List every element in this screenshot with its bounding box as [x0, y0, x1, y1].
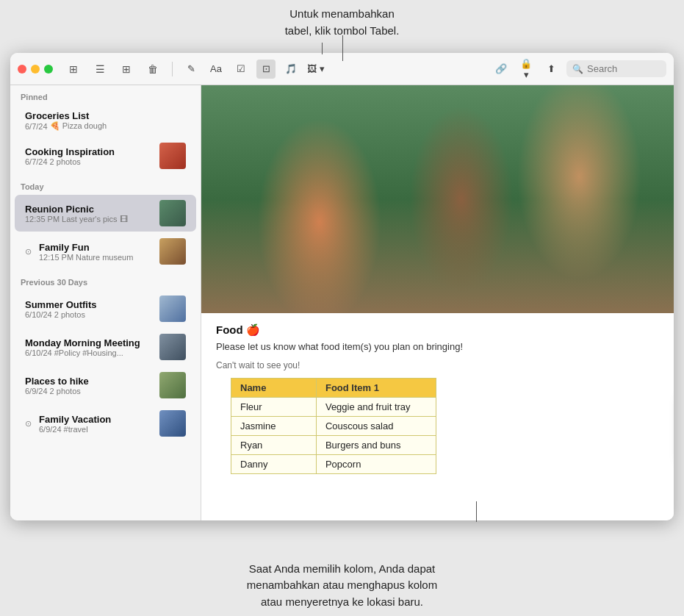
toolbar-separator — [172, 62, 173, 76]
table-cell-food-0[interactable]: Veggie and fruit tray — [316, 397, 436, 416]
main-content: Pinned Groceries List 6/7/24 🍕 Pizza dou… — [10, 85, 674, 520]
table-cell-food-3[interactable]: Popcorn — [316, 454, 436, 473]
note-body: Food 🍎 Please let us know what food item… — [201, 313, 674, 492]
item-thumb-monday — [159, 334, 186, 360]
sidebar-item-family-fun[interactable]: ⊙ Family Fun 12:15 PM Nature museum — [15, 233, 196, 270]
arrow-top — [322, 43, 323, 54]
app-window: ⊞ ☰ ⊞ 🗑 ✎ Aa ☑ ⊡ 🎵 🖼 ▾ 🔗 🔒 ▾ ⬆ 🔍 Pinned … — [10, 53, 674, 520]
previous-section-label: Previous 30 Days — [10, 271, 201, 290]
maximize-button[interactable] — [44, 65, 53, 74]
table-cell-name-0[interactable]: Fleur — [231, 397, 317, 416]
table-cell-name-3[interactable]: Danny — [231, 454, 317, 473]
search-icon: 🔍 — [572, 64, 583, 74]
table-row: Jasmine Couscous salad — [231, 416, 436, 435]
shared-icon-vacation: ⊙ — [25, 419, 32, 429]
annotation-top: Untuk menambahkan tabel, klik tombol Tab… — [0, 6, 684, 39]
sidebar-item-family-vacation[interactable]: ⊙ Family Vacation 6/9/24 #travel — [15, 405, 196, 442]
sidebar-item-summer-outfits[interactable]: Summer Outfits 6/10/24 2 photos — [15, 290, 196, 327]
compose-button[interactable]: ✎ — [181, 60, 201, 79]
pinned-section-label: Pinned — [10, 85, 201, 104]
table-row: Fleur Veggie and fruit tray — [231, 397, 436, 416]
search-input[interactable] — [587, 63, 660, 74]
list-view-button[interactable]: ☰ — [90, 59, 110, 79]
delete-button[interactable]: 🗑 — [143, 59, 163, 79]
note-table: Name Food Item 1 Fleur Veggie and fruit … — [231, 378, 436, 474]
search-bar: 🔍 — [566, 60, 666, 77]
arrow-bottom — [476, 501, 477, 522]
table-cell-food-1[interactable]: Couscous salad — [316, 416, 436, 435]
item-thumb-family-fun — [159, 238, 186, 265]
grid-view-button[interactable]: ⊞ — [116, 59, 137, 79]
item-title-summer: Summer Outfits — [25, 299, 154, 310]
item-title-monday: Monday Morning Meeting — [25, 337, 154, 348]
traffic-lights — [18, 65, 53, 74]
checklist-button[interactable]: ☑ — [231, 60, 251, 79]
item-title-groceries: Groceries List — [25, 110, 186, 121]
audio-button[interactable]: 🎵 — [281, 60, 300, 79]
item-title-cooking: Cooking Inspiration — [25, 146, 154, 157]
table-cell-name-1[interactable]: Jasmine — [231, 416, 317, 435]
table-cell-food-2[interactable]: Burgers and buns — [316, 435, 436, 454]
item-thumb-summer — [159, 296, 186, 322]
item-thumb-reunion — [159, 200, 186, 226]
item-title-vacation: Family Vacation — [39, 414, 154, 425]
close-button[interactable] — [18, 65, 26, 74]
sidebar-item-places-hike[interactable]: Places to hike 6/9/24 2 photos — [15, 367, 196, 404]
item-title-reunion: Reunion Picnic — [25, 204, 154, 215]
note-title: Food 🍎 — [216, 323, 659, 337]
item-title-family-fun: Family Fun — [39, 242, 154, 253]
table-col2-header[interactable]: Food Item 1 — [316, 378, 436, 397]
item-title-hike: Places to hike — [25, 376, 154, 387]
item-thumb-hike — [159, 372, 186, 398]
sidebar-toggle-button[interactable]: ⊞ — [63, 59, 84, 79]
annotation-bottom: Saat Anda memilih kolom, Anda dapat mena… — [0, 561, 684, 611]
shared-icon-family: ⊙ — [25, 247, 32, 257]
sidebar-item-cooking-inspiration[interactable]: Cooking Inspiration 6/7/24 2 photos — [15, 137, 196, 174]
note-table-wrap: Name Food Item 1 Fleur Veggie and fruit … — [231, 378, 644, 474]
minimize-button[interactable] — [31, 65, 40, 74]
lock-button[interactable]: 🔒 ▾ — [516, 60, 536, 79]
sidebar-item-monday-meeting[interactable]: Monday Morning Meeting 6/10/24 #Policy #… — [15, 329, 196, 365]
hero-image — [201, 85, 674, 313]
note-body-text2: Can't wait to see you! — [216, 360, 659, 370]
note-content[interactable]: Food 🍎 Please let us know what food item… — [201, 85, 674, 520]
today-section-label: Today — [10, 175, 201, 194]
table-cell-name-2[interactable]: Ryan — [231, 435, 317, 454]
table-row: Ryan Burgers and buns — [231, 435, 436, 454]
share-button[interactable]: ⬆ — [541, 60, 561, 79]
item-thumb-vacation — [159, 410, 186, 437]
item-thumb-cooking — [159, 143, 186, 169]
sidebar-item-groceries-list[interactable]: Groceries List 6/7/24 🍕 Pizza dough — [15, 105, 196, 136]
sidebar: Pinned Groceries List 6/7/24 🍕 Pizza dou… — [10, 85, 201, 520]
table-col1-header[interactable]: Name — [231, 378, 317, 397]
format-button[interactable]: Aa — [206, 60, 226, 79]
sidebar-item-reunion-picnic[interactable]: Reunion Picnic 12:35 PM Last year's pics… — [15, 195, 196, 232]
note-body-text1: Please let us know what food item(s) you… — [216, 340, 659, 354]
share-link-button[interactable]: 🔗 — [492, 60, 511, 79]
table-row: Danny Popcorn — [231, 454, 436, 473]
note-area: Food 🍎 Please let us know what food item… — [201, 85, 674, 520]
media-button[interactable]: 🖼 ▾ — [306, 60, 325, 79]
table-button[interactable]: ⊡ — [256, 60, 276, 79]
